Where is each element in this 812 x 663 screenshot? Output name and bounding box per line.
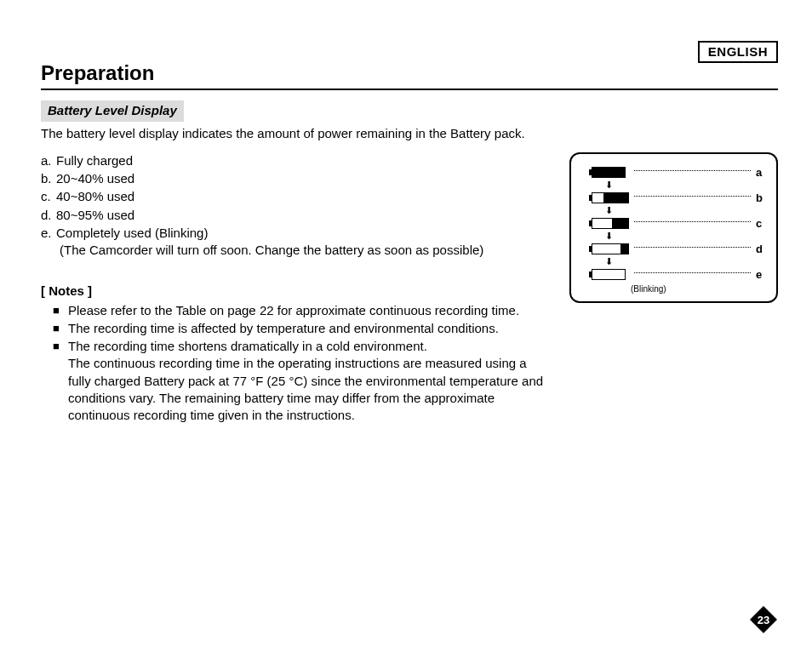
- level-item: e.Completely used (Blinking) (The Camcor…: [41, 225, 552, 260]
- note-text: The recording time is affected by temper…: [68, 321, 499, 335]
- language-label: ENGLISH: [698, 41, 778, 63]
- notes-list: ■Please refer to the Table on page 22 fo…: [41, 302, 552, 425]
- note-text: Please refer to the Table on page 22 for…: [68, 303, 519, 317]
- level-item: d.80~95% used: [41, 207, 552, 224]
- title-rule: [41, 89, 778, 90]
- notes-heading: [ Notes ]: [41, 283, 552, 300]
- diagram-row: e: [592, 268, 766, 282]
- battery-icon: [592, 243, 629, 254]
- note-item: ■The recording time is affected by tempe…: [41, 320, 552, 337]
- leader-dots: [634, 272, 751, 273]
- down-arrow-icon: ⬇: [590, 257, 627, 266]
- down-arrow-icon: ⬇: [590, 180, 627, 190]
- note-extra-text: The continuous recording time in the ope…: [68, 355, 552, 424]
- page-title: Preparation: [41, 60, 778, 87]
- diagram-label: a: [756, 165, 766, 180]
- note-text: The recording time shortens dramatically…: [68, 339, 427, 353]
- diagram-label: c: [756, 216, 766, 231]
- diagram-label: e: [756, 267, 766, 283]
- level-subtext: (The Camcorder will turn off soon. Chang…: [60, 242, 552, 259]
- level-text: 40~80% used: [56, 189, 134, 203]
- note-item: ■The recording time shortens dramaticall…: [41, 338, 552, 424]
- battery-levels-list: a.Fully charged b.20~40% used c.40~80% u…: [41, 152, 552, 260]
- battery-icon: [592, 167, 629, 178]
- page-number-badge: 23: [749, 605, 778, 634]
- diagram-row: d: [592, 243, 766, 256]
- leader-dots: [634, 221, 751, 222]
- level-key: e.: [41, 225, 56, 242]
- battery-diagram: a ⬇ b ⬇ c ⬇ d ⬇ e (Blinking): [569, 152, 778, 304]
- level-key: d.: [41, 207, 56, 224]
- leader-dots: [634, 196, 751, 197]
- down-arrow-icon: ⬇: [590, 206, 627, 215]
- blinking-label: (Blinking): [631, 283, 766, 295]
- level-text: 20~40% used: [56, 171, 134, 186]
- level-key: b.: [41, 170, 56, 187]
- level-key: a.: [41, 152, 56, 169]
- battery-icon: [592, 269, 629, 280]
- level-text: Fully charged: [56, 153, 133, 168]
- diagram-label: b: [756, 191, 766, 206]
- page-number: 23: [758, 614, 769, 626]
- level-text: Completely used (Blinking): [56, 226, 208, 240]
- bullet-icon: ■: [53, 320, 60, 337]
- level-item: c.40~80% used: [41, 188, 552, 205]
- section-subheading: Battery Level Display: [41, 100, 184, 121]
- leader-dots: [634, 247, 751, 248]
- leader-dots: [634, 170, 751, 171]
- note-item: ■Please refer to the Table on page 22 fo…: [41, 302, 552, 319]
- battery-icon: [592, 192, 629, 203]
- diagram-row: c: [592, 217, 766, 231]
- diagram-label: d: [756, 242, 766, 257]
- diagram-row: a: [592, 166, 766, 180]
- intro-text: The battery level display indicates the …: [41, 125, 778, 142]
- level-item: b.20~40% used: [41, 170, 552, 187]
- battery-icon: [592, 218, 629, 229]
- bullet-icon: ■: [53, 338, 60, 355]
- bullet-icon: ■: [53, 302, 60, 319]
- level-text: 80~95% used: [56, 208, 134, 222]
- level-item: a.Fully charged: [41, 152, 552, 169]
- level-key: c.: [41, 188, 56, 205]
- down-arrow-icon: ⬇: [590, 231, 627, 241]
- diagram-row: b: [592, 191, 766, 205]
